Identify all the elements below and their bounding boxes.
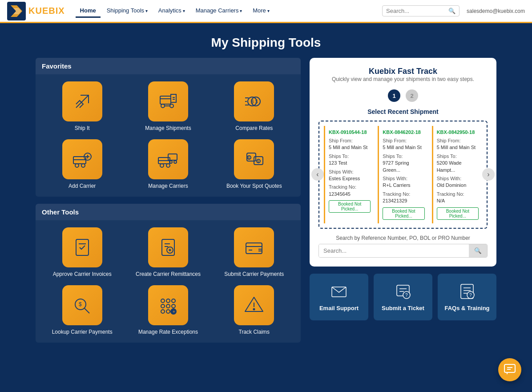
ship-from-2: Ship From:5 Mill and Main St (383, 137, 424, 151)
svg-point-27 (160, 164, 164, 167)
manage-shipments-label: Manage Shipments (145, 125, 191, 132)
ships-to-1: Ships To:123 Test (329, 153, 371, 167)
shipment-id-1[interactable]: KBX-0910544-18 (329, 129, 371, 135)
svg-point-60 (161, 310, 165, 313)
user-email: salesdemo@kuebix.com (467, 8, 525, 14)
manage-carriers-icon (148, 139, 188, 179)
tool-track-claims[interactable]: Track Claims (215, 285, 294, 336)
ships-to-3: Ships To:5200 Wade Hampt... (437, 153, 479, 174)
svg-point-59 (172, 304, 175, 308)
svg-text:$: $ (257, 159, 259, 163)
tracking-2: Tracking No:213421329 (383, 191, 424, 205)
svg-text:$: $ (79, 301, 82, 307)
add-carrier-icon (62, 139, 102, 179)
lookup-payments-icon: $ (62, 285, 102, 325)
tool-create-remittances[interactable]: Create Carrier Remittances (129, 227, 207, 278)
tool-ship-it[interactable]: Ship It (43, 81, 121, 132)
search-icon: 🔍 (448, 8, 455, 14)
carousel-next[interactable]: › (482, 168, 495, 181)
svg-rect-46 (246, 243, 262, 254)
ships-with-3: Ships With:Old Dominion (437, 175, 479, 189)
create-remittances-icon (148, 227, 188, 267)
nav-shipping-tools[interactable]: Shipping Tools (102, 4, 152, 18)
svg-text:$: $ (248, 156, 250, 160)
tracking-3: Tracking No:N/A (437, 191, 479, 205)
shipment-id-2[interactable]: KBX-0846202-18 (383, 129, 424, 135)
book-spot-quotes-label: Book Your Spot Quotes (226, 183, 282, 190)
svg-point-55 (166, 299, 170, 303)
nav-home[interactable]: Home (76, 4, 101, 18)
other-tools-grid: Approve Carrier Invoices Create Carrier … (36, 220, 301, 343)
shipment-card-1: KBX-0910544-18 Ship From:5 Mill and Main… (324, 126, 374, 223)
svg-point-66 (254, 308, 255, 310)
shipment-card-3: KBX-0842950-18 Ship From:5 Mill and Main… (432, 126, 482, 223)
svg-point-21 (81, 164, 85, 167)
svg-point-54 (161, 299, 165, 303)
carousel-prev[interactable]: ‹ (311, 168, 324, 181)
step-2-circle[interactable]: 2 (406, 89, 418, 102)
logo[interactable]: KUEBIX (7, 2, 65, 20)
page-title: My Shipping Tools (0, 23, 532, 58)
tool-manage-carriers[interactable]: Manage Carriers (129, 139, 207, 190)
submit-ticket-card[interactable]: ? Submit a Ticket (374, 274, 432, 320)
svg-point-58 (166, 304, 170, 308)
svg-text:+: + (173, 309, 175, 314)
tool-add-carrier[interactable]: Add Carrier (43, 139, 121, 190)
tool-manage-shipments[interactable]: Manage Shipments (129, 81, 207, 132)
compare-rates-label: Compare Rates (235, 125, 273, 132)
tool-book-spot-quotes[interactable]: $$ Book Your Spot Quotes (215, 139, 294, 190)
left-panel: Favorites Ship It Manage Shipments $$ (36, 58, 301, 343)
faqs-training-label: FAQs & Training (444, 305, 489, 311)
status-2[interactable]: Booked Not Picked... (383, 207, 424, 220)
nav-more[interactable]: More (248, 4, 274, 18)
tool-submit-payments[interactable]: Submit Carrier Payments (215, 227, 294, 278)
status-1[interactable]: Booked Not Picked... (329, 200, 371, 213)
submit-payments-icon (234, 227, 274, 267)
search-input[interactable] (386, 8, 448, 14)
nav-manage-carriers[interactable]: Manage Carriers (191, 4, 247, 18)
email-support-card[interactable]: Email Support (310, 274, 368, 320)
svg-point-61 (166, 310, 170, 313)
fast-track-subtitle: Quickly view and manage your shipments i… (318, 76, 488, 82)
svg-point-7 (170, 104, 173, 108)
status-3[interactable]: Booked Not Picked... (437, 207, 479, 220)
faqs-icon: ? (458, 283, 476, 300)
svg-rect-4 (160, 96, 171, 104)
ticket-icon: ? (394, 283, 412, 300)
nav-search-box[interactable]: 🔍 (382, 5, 459, 16)
create-remittances-label: Create Carrier Remittances (136, 271, 201, 278)
step-label: Select Recent Shipment (318, 108, 488, 115)
other-tools-section: Other Tools Approve Carrier Invoices Cre… (36, 204, 301, 343)
fast-track-card: Kuebix Fast Track Quickly view and manag… (310, 58, 496, 267)
tool-manage-rate-exceptions[interactable]: + Manage Rate Exceptions (129, 285, 207, 336)
tool-compare-rates[interactable]: $$ Compare Rates (215, 81, 294, 132)
support-row: Email Support ? Submit a Ticket (310, 274, 496, 320)
ship-it-label: Ship It (75, 125, 90, 132)
main-content: Favorites Ship It Manage Shipments $$ (0, 58, 532, 356)
manage-carriers-label: Manage Carriers (148, 183, 188, 190)
step-indicators: 1 2 (318, 89, 488, 102)
email-icon (330, 283, 348, 300)
ships-with-2: Ships With:R+L Carriers (383, 175, 424, 189)
tool-approve-invoices[interactable]: Approve Carrier Invoices (43, 227, 121, 278)
tool-lookup-payments[interactable]: $ Lookup Carrier Payments (43, 285, 121, 336)
search-ref-box: 🔍 (318, 244, 488, 258)
step-1-circle[interactable]: 1 (388, 89, 400, 102)
ship-from-1: Ship From:5 Mill and Main St (329, 137, 371, 151)
search-ref-input[interactable] (319, 244, 469, 257)
faqs-training-card[interactable]: ? FAQs & Training (438, 274, 496, 320)
chat-fab-icon (504, 364, 516, 376)
svg-rect-38 (76, 239, 89, 255)
shipment-id-3[interactable]: KBX-0842950-18 (437, 129, 479, 135)
svg-text:?: ? (469, 293, 472, 298)
chat-fab[interactable] (498, 358, 521, 381)
svg-text:$: $ (251, 99, 254, 104)
svg-point-31 (174, 161, 177, 163)
ships-with-1: Ships With:Estes Express (329, 169, 371, 182)
logo-text: KUEBIX (28, 6, 65, 16)
search-ref-button[interactable]: 🔍 (469, 244, 487, 257)
tracking-1: Tracking No:12345645 (329, 184, 371, 198)
track-claims-icon (234, 285, 274, 325)
add-carrier-label: Add Carrier (69, 183, 96, 190)
nav-analytics[interactable]: Analytics (154, 4, 189, 18)
